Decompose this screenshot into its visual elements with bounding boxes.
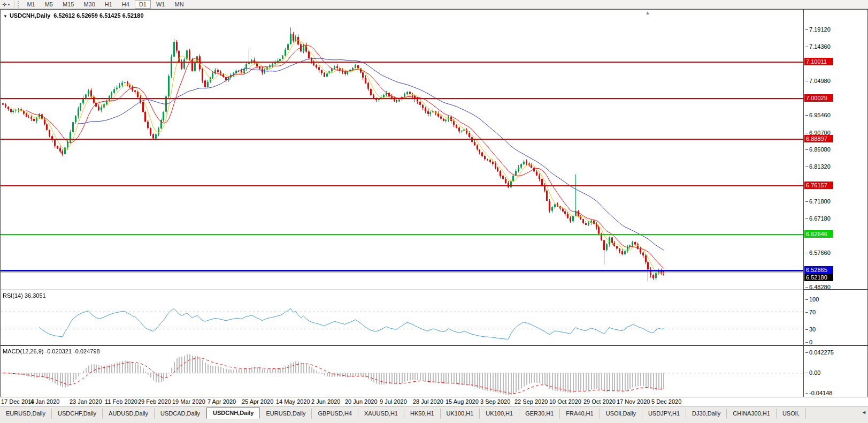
chart-tab-usoil-daily[interactable]: USOil,Daily (600, 409, 642, 419)
timeframe-button-M30[interactable]: M30 (79, 0, 99, 9)
time-axis[interactable]: 17 Dec 20194 Jan 202023 Jan 202011 Feb 2… (0, 397, 868, 406)
level-price-label: 6.52865 (804, 266, 833, 274)
crosshair-tool-icon: ✛ (2, 2, 6, 7)
time-axis-label: 29 Oct 2020 (583, 398, 616, 405)
macd-indicator-panel: MACD(12,26,9) -0.020321 -0.024798 0.0422… (0, 345, 868, 397)
price-axis-tick: 6.95460 (805, 112, 831, 118)
chart-title: ▼USDCNH,Daily6.52612 6.52659 6.51425 6.5… (3, 12, 144, 19)
price-axis-tick: 6.67180 (805, 215, 831, 222)
chart-symbol-label: USDCNH,Daily (10, 12, 50, 19)
toolbar: ✛ ▾ M1M5M15M30H1H4D1W1MN (0, 0, 868, 9)
macd-axis[interactable]: 0.0422750.00-0.04148 (803, 346, 867, 397)
time-axis-label: 7 Apr 2020 (208, 398, 236, 405)
time-axis-label: 17 Nov 2020 (617, 398, 650, 405)
level-price-label: 6.88897 (804, 135, 833, 142)
macd-axis-tick: -0.04148 (805, 390, 832, 396)
price-axis[interactable]: 7.191207.143607.049806.954606.907006.860… (803, 10, 867, 289)
price-axis-tick: 6.86080 (805, 146, 831, 153)
chart-tab-ger30-h1[interactable]: GER30,H1 (519, 409, 560, 419)
price-chart-canvas[interactable] (1, 10, 803, 290)
time-axis-label: 28 Jul 2020 (413, 398, 443, 405)
time-axis-label: 29 Feb 2020 (138, 398, 171, 405)
rsi-canvas[interactable] (1, 291, 803, 344)
chart-tab-dj30-daily[interactable]: DJ30,Daily (686, 409, 727, 419)
rsi-axis-tick: 30 (805, 326, 816, 333)
timeframe-button-M1[interactable]: M1 (22, 0, 39, 9)
time-axis-label: 3 Sep 2020 (480, 398, 510, 405)
trading-terminal-window: ✛ ▾ M1M5M15M30H1H4D1W1MN ▼USDCNH,Daily6.… (0, 0, 868, 423)
chart-tab-fra40-h1[interactable]: FRA40,H1 (560, 409, 600, 419)
chart-tab-xauusd-h1[interactable]: XAUUSD,H1 (358, 409, 404, 419)
time-axis-label: 17 Dec 2019 (1, 398, 34, 405)
chart-tab-usdchf-daily[interactable]: USDCHF,Daily (52, 409, 103, 419)
level-price-label: 6.62646 (804, 230, 833, 238)
level-price-label: 7.00029 (804, 94, 833, 102)
time-axis-label: 9 Jul 2020 (380, 398, 407, 405)
chart-tab-uk100-h1[interactable]: UK100,H1 (480, 409, 519, 419)
rsi-axis[interactable]: 10070300 (803, 290, 867, 345)
macd-axis-tick: 0.042275 (805, 349, 834, 356)
chart-tab-china300-h1[interactable]: CHINA300,H1 (727, 409, 777, 419)
timeframe-button-D1[interactable]: D1 (135, 0, 151, 9)
time-axis-label: 20 Jun 2020 (345, 398, 378, 405)
price-chart-panel: ▼USDCNH,Daily6.52612 6.52659 6.51425 6.5… (0, 9, 868, 290)
chart-tab-uk100-h1[interactable]: UK100,H1 (441, 409, 480, 419)
chart-tab-eurusd-daily[interactable]: EURUSD,Daily (0, 409, 52, 419)
time-axis-label: 14 May 2020 (276, 398, 310, 405)
rsi-axis-tick: 70 (805, 309, 816, 315)
chart-tab-bar: EURUSD,DailyUSDCHF,DailyAUDUSD,DailyUSDC… (0, 406, 868, 423)
price-axis-tick: 7.14360 (805, 43, 831, 50)
rsi-indicator-panel: RSI(14) 36.3051 10070300 (0, 290, 868, 345)
timeframe-button-H1[interactable]: H1 (101, 0, 117, 9)
macd-label: MACD(12,26,9) -0.020321 -0.024798 (3, 348, 100, 354)
level-price-label: 7.10011 (804, 58, 833, 65)
time-axis-label: 2 Jun 2020 (311, 398, 340, 405)
rsi-axis-tick: 0 (805, 339, 812, 345)
chart-tab-usdcad-daily[interactable]: USDCAD,Daily (155, 409, 206, 419)
time-axis-label: 22 Sep 2020 (514, 398, 548, 405)
price-axis-tick: 7.04980 (805, 78, 831, 84)
chart-tab-gbpusd-h4[interactable]: GBPUSD,H4 (312, 409, 358, 419)
pointer-tool-button[interactable]: ✛ ▾ (0, 1, 12, 9)
time-axis-label: 23 Jan 2020 (70, 398, 102, 405)
timeframe-button-M5[interactable]: M5 (41, 0, 57, 9)
time-axis-label: 5 Dec 2020 (651, 398, 681, 405)
time-axis-label: 15 Aug 2020 (445, 398, 479, 405)
time-axis-label: 19 Mar 2020 (172, 398, 205, 405)
tab-scroll-left-icon[interactable]: ◄ (862, 410, 866, 415)
macd-axis-tick: 0.00 (805, 369, 820, 376)
toolbar-grip[interactable] (18, 1, 19, 7)
chart-tab-usdjpy-h1[interactable]: USDJPY,H1 (642, 409, 686, 419)
price-axis-tick: 7.19120 (805, 26, 831, 33)
time-axis-label: 25 Apr 2020 (242, 398, 273, 405)
timeframe-button-M15[interactable]: M15 (58, 0, 78, 9)
timeframe-buttons-group: M1M5M15M30H1H4D1W1MN (22, 0, 188, 9)
level-price-label: 6.76157 (804, 182, 833, 189)
chart-shift-marker-icon[interactable]: ▲ (645, 10, 650, 16)
window-caret-icon[interactable]: ▼ (3, 14, 7, 19)
rsi-axis-tick: 100 (805, 296, 819, 303)
chart-tabs: EURUSD,DailyUSDCHF,DailyAUDUSD,DailyUSDC… (0, 407, 806, 419)
price-axis-tick: 6.57660 (805, 250, 831, 256)
timeframe-button-H4[interactable]: H4 (118, 0, 134, 9)
timeframe-button-MN[interactable]: MN (170, 0, 188, 9)
chart-ohlc-values: 6.52612 6.52659 6.51425 6.52180 (53, 12, 143, 19)
current-price-label: 6.52180 (804, 274, 833, 281)
timeframe-button-W1[interactable]: W1 (152, 0, 170, 9)
rsi-label: RSI(14) 36.3051 (3, 292, 46, 299)
chart-tab-usoil-[interactable]: USOil, (777, 409, 806, 419)
price-axis-tick: 6.71800 (805, 198, 831, 205)
toolbar-separator (14, 1, 14, 8)
time-axis-label: 11 Feb 2020 (105, 398, 137, 405)
price-axis-tick: 6.81320 (805, 163, 831, 170)
chart-tab-hk50-h1[interactable]: HK50,H1 (404, 409, 441, 419)
time-axis-label: 10 Oct 2020 (549, 398, 581, 405)
macd-canvas[interactable] (1, 346, 803, 396)
chart-tab-audusd-daily[interactable]: AUDUSD,Daily (103, 409, 155, 419)
chart-tab-usdcnh-daily[interactable]: USDCNH,Daily (206, 407, 260, 419)
chart-tab-eurusd-daily[interactable]: EURUSD,Daily (260, 409, 312, 419)
dropdown-caret-icon[interactable]: ▾ (7, 2, 10, 7)
time-axis-label: 4 Jan 2020 (30, 398, 59, 405)
